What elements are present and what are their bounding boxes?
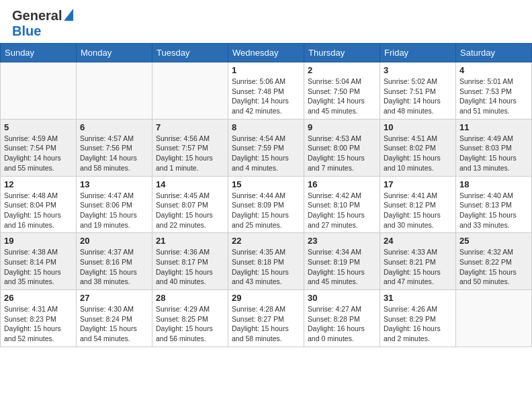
calendar-cell: 17Sunrise: 4:41 AMSunset: 8:12 PMDayligh… bbox=[380, 176, 456, 233]
calendar-cell: 8Sunrise: 4:54 AMSunset: 7:59 PMDaylight… bbox=[228, 119, 304, 176]
weekday-header-tuesday: Tuesday bbox=[152, 44, 228, 62]
calendar-cell: 15Sunrise: 4:44 AMSunset: 8:09 PMDayligh… bbox=[228, 176, 304, 233]
calendar-cell: 29Sunrise: 4:28 AMSunset: 8:27 PMDayligh… bbox=[228, 290, 304, 347]
day-info: Sunrise: 5:04 AMSunset: 7:50 PMDaylight:… bbox=[308, 77, 376, 116]
day-info: Sunrise: 4:33 AMSunset: 8:21 PMDaylight:… bbox=[384, 247, 452, 287]
calendar-week-row: 5Sunrise: 4:59 AMSunset: 7:54 PMDaylight… bbox=[1, 119, 532, 176]
day-info: Sunrise: 4:32 AMSunset: 8:22 PMDaylight:… bbox=[459, 247, 528, 287]
calendar-cell bbox=[456, 290, 532, 347]
day-info: Sunrise: 4:45 AMSunset: 8:07 PMDaylight:… bbox=[156, 191, 224, 230]
calendar-cell bbox=[152, 62, 228, 120]
day-info: Sunrise: 4:53 AMSunset: 8:00 PMDaylight:… bbox=[308, 134, 376, 173]
calendar-cell: 7Sunrise: 4:56 AMSunset: 7:57 PMDaylight… bbox=[152, 119, 228, 176]
day-number: 2 bbox=[308, 65, 376, 75]
day-number: 30 bbox=[308, 293, 376, 303]
day-number: 21 bbox=[156, 236, 224, 246]
calendar-cell: 31Sunrise: 4:26 AMSunset: 8:29 PMDayligh… bbox=[380, 290, 456, 347]
calendar-cell: 30Sunrise: 4:27 AMSunset: 8:28 PMDayligh… bbox=[304, 290, 380, 347]
day-number: 29 bbox=[232, 293, 300, 303]
calendar-cell: 9Sunrise: 4:53 AMSunset: 8:00 PMDaylight… bbox=[304, 119, 380, 176]
day-info: Sunrise: 4:35 AMSunset: 8:18 PMDaylight:… bbox=[232, 247, 300, 287]
weekday-header-saturday: Saturday bbox=[456, 44, 532, 62]
logo: General Blue bbox=[12, 8, 73, 39]
day-number: 14 bbox=[156, 179, 224, 189]
day-number: 17 bbox=[384, 179, 452, 189]
day-number: 19 bbox=[4, 236, 73, 246]
day-number: 9 bbox=[308, 122, 376, 132]
calendar-cell: 23Sunrise: 4:34 AMSunset: 8:19 PMDayligh… bbox=[304, 233, 380, 290]
day-number: 18 bbox=[459, 179, 528, 189]
day-info: Sunrise: 4:42 AMSunset: 8:10 PMDaylight:… bbox=[308, 191, 376, 230]
logo-blue: Blue bbox=[12, 24, 41, 38]
day-info: Sunrise: 4:30 AMSunset: 8:24 PMDaylight:… bbox=[80, 304, 148, 344]
weekday-header-thursday: Thursday bbox=[304, 44, 380, 62]
calendar-cell: 19Sunrise: 4:38 AMSunset: 8:14 PMDayligh… bbox=[1, 233, 77, 290]
calendar-week-row: 19Sunrise: 4:38 AMSunset: 8:14 PMDayligh… bbox=[1, 233, 532, 290]
day-info: Sunrise: 4:36 AMSunset: 8:17 PMDaylight:… bbox=[156, 247, 224, 287]
day-number: 23 bbox=[308, 236, 376, 246]
day-number: 25 bbox=[459, 236, 528, 246]
day-info: Sunrise: 4:41 AMSunset: 8:12 PMDaylight:… bbox=[384, 191, 452, 230]
calendar-cell: 1Sunrise: 5:06 AMSunset: 7:48 PMDaylight… bbox=[228, 62, 304, 120]
calendar-cell bbox=[1, 62, 77, 120]
calendar-cell: 26Sunrise: 4:31 AMSunset: 8:23 PMDayligh… bbox=[1, 290, 77, 347]
day-info: Sunrise: 4:34 AMSunset: 8:19 PMDaylight:… bbox=[308, 247, 376, 287]
day-number: 11 bbox=[459, 122, 528, 132]
day-info: Sunrise: 4:59 AMSunset: 7:54 PMDaylight:… bbox=[4, 134, 73, 173]
day-number: 15 bbox=[232, 179, 300, 189]
calendar-week-row: 12Sunrise: 4:48 AMSunset: 8:04 PMDayligh… bbox=[1, 176, 532, 233]
calendar-cell: 6Sunrise: 4:57 AMSunset: 7:56 PMDaylight… bbox=[77, 119, 152, 176]
day-number: 12 bbox=[4, 179, 73, 189]
day-info: Sunrise: 4:28 AMSunset: 8:27 PMDaylight:… bbox=[232, 304, 300, 344]
calendar-cell: 3Sunrise: 5:02 AMSunset: 7:51 PMDaylight… bbox=[380, 62, 456, 120]
weekday-header-monday: Monday bbox=[77, 44, 152, 62]
calendar-cell: 14Sunrise: 4:45 AMSunset: 8:07 PMDayligh… bbox=[152, 176, 228, 233]
day-info: Sunrise: 5:02 AMSunset: 7:51 PMDaylight:… bbox=[384, 77, 452, 116]
calendar-cell: 16Sunrise: 4:42 AMSunset: 8:10 PMDayligh… bbox=[304, 176, 380, 233]
calendar-cell: 28Sunrise: 4:29 AMSunset: 8:25 PMDayligh… bbox=[152, 290, 228, 347]
day-info: Sunrise: 4:26 AMSunset: 8:29 PMDaylight:… bbox=[384, 304, 452, 344]
calendar-cell: 22Sunrise: 4:35 AMSunset: 8:18 PMDayligh… bbox=[228, 233, 304, 290]
calendar-cell: 11Sunrise: 4:49 AMSunset: 8:03 PMDayligh… bbox=[456, 119, 532, 176]
calendar-cell: 20Sunrise: 4:37 AMSunset: 8:16 PMDayligh… bbox=[77, 233, 152, 290]
day-number: 13 bbox=[80, 179, 148, 189]
day-number: 26 bbox=[4, 293, 73, 303]
day-info: Sunrise: 4:40 AMSunset: 8:13 PMDaylight:… bbox=[459, 191, 528, 230]
day-info: Sunrise: 4:38 AMSunset: 8:14 PMDaylight:… bbox=[4, 247, 73, 287]
day-info: Sunrise: 4:37 AMSunset: 8:16 PMDaylight:… bbox=[80, 247, 148, 287]
day-number: 24 bbox=[384, 236, 452, 246]
weekday-header-sunday: Sunday bbox=[1, 44, 77, 62]
day-number: 4 bbox=[459, 65, 528, 75]
day-number: 10 bbox=[384, 122, 452, 132]
calendar-cell: 5Sunrise: 4:59 AMSunset: 7:54 PMDaylight… bbox=[1, 119, 77, 176]
weekday-header-wednesday: Wednesday bbox=[228, 44, 304, 62]
calendar-cell: 10Sunrise: 4:51 AMSunset: 8:02 PMDayligh… bbox=[380, 119, 456, 176]
calendar-cell bbox=[77, 62, 152, 120]
calendar-cell: 2Sunrise: 5:04 AMSunset: 7:50 PMDaylight… bbox=[304, 62, 380, 120]
svg-marker-0 bbox=[64, 9, 73, 21]
calendar-cell: 18Sunrise: 4:40 AMSunset: 8:13 PMDayligh… bbox=[456, 176, 532, 233]
day-info: Sunrise: 4:47 AMSunset: 8:06 PMDaylight:… bbox=[80, 191, 148, 230]
calendar-cell: 12Sunrise: 4:48 AMSunset: 8:04 PMDayligh… bbox=[1, 176, 77, 233]
calendar-cell: 21Sunrise: 4:36 AMSunset: 8:17 PMDayligh… bbox=[152, 233, 228, 290]
logo-general: General bbox=[12, 8, 62, 24]
day-number: 3 bbox=[384, 65, 452, 75]
weekday-header-friday: Friday bbox=[380, 44, 456, 62]
day-info: Sunrise: 4:27 AMSunset: 8:28 PMDaylight:… bbox=[308, 304, 376, 344]
day-number: 7 bbox=[156, 122, 224, 132]
day-number: 27 bbox=[80, 293, 148, 303]
day-number: 5 bbox=[4, 122, 73, 132]
day-number: 1 bbox=[232, 65, 300, 75]
day-info: Sunrise: 5:01 AMSunset: 7:53 PMDaylight:… bbox=[459, 77, 528, 116]
weekday-header-row: SundayMondayTuesdayWednesdayThursdayFrid… bbox=[1, 44, 532, 62]
day-info: Sunrise: 4:54 AMSunset: 7:59 PMDaylight:… bbox=[232, 134, 300, 173]
day-number: 8 bbox=[232, 122, 300, 132]
calendar-cell: 25Sunrise: 4:32 AMSunset: 8:22 PMDayligh… bbox=[456, 233, 532, 290]
page-header: General Blue bbox=[0, 0, 532, 43]
calendar-week-row: 1Sunrise: 5:06 AMSunset: 7:48 PMDaylight… bbox=[1, 62, 532, 120]
day-info: Sunrise: 5:06 AMSunset: 7:48 PMDaylight:… bbox=[232, 77, 300, 116]
day-info: Sunrise: 4:29 AMSunset: 8:25 PMDaylight:… bbox=[156, 304, 224, 344]
calendar-cell: 27Sunrise: 4:30 AMSunset: 8:24 PMDayligh… bbox=[77, 290, 152, 347]
day-info: Sunrise: 4:44 AMSunset: 8:09 PMDaylight:… bbox=[232, 191, 300, 230]
day-number: 22 bbox=[232, 236, 300, 246]
